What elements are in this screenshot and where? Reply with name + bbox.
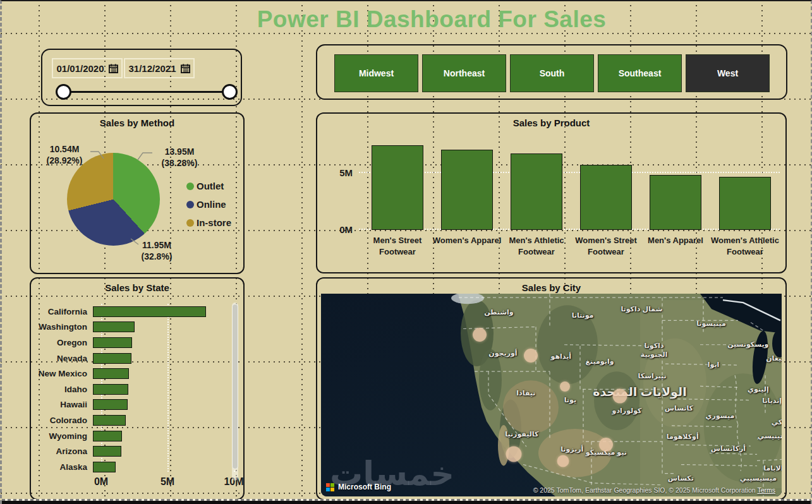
city-sales-bubble-5[interactable] [599,438,613,452]
region-slicer-panel: MidwestNortheastSouthSoutheastWest [316,44,787,100]
calendar-icon[interactable] [109,64,118,73]
product-bar-plot: 0M5M [363,125,780,230]
state-row-alaska: Alaska [37,459,227,475]
state-row-washington: Washington [37,320,227,335]
legend-label-online: Online [197,199,226,210]
chart-title-sales-by-method: Sales by Method [31,117,243,128]
chart-title-sales-by-state: Sales by State [31,282,243,293]
chart-title-sales-by-city: Sales by City [317,282,785,293]
bar-men-s-apparel[interactable] [650,175,701,231]
calendar-icon[interactable] [181,64,190,73]
legend-item-in-store[interactable]: In-store [186,213,231,232]
date-slider-handle-end[interactable] [222,84,238,100]
bar-colorado[interactable] [93,415,126,426]
date-slider-track[interactable] [63,91,230,93]
bar-men-s-street-footwear[interactable] [372,145,423,230]
legend-label-outlet: Outlet [197,181,224,191]
x-label-women-s-street-footwear: Women's Street Footwear [571,235,641,258]
terms-link[interactable]: Terms [757,486,775,494]
state-row-hawaii: Hawaii [37,397,227,413]
region-button-southeast[interactable]: Southeast [598,54,682,92]
city-sales-bubble-3[interactable] [560,381,570,392]
x-label-men-s-apparel: Men's Apparel [641,235,710,246]
state-label-wyoming: Wyoming [37,431,93,441]
scrollbar-thumb[interactable] [232,304,238,469]
pie-pct-in-store: (28.92%) [39,155,90,167]
state-label-arizona: Arizona [37,447,93,456]
bar-washington[interactable] [93,321,135,332]
sales-by-product-panel: Sales by Product 0M5M Men's Street Footw… [316,112,787,273]
start-date-input[interactable]: 01/01/2020 [52,58,123,78]
city-sales-bubble-2[interactable] [524,349,538,363]
legend-dot-outlet [186,183,194,190]
bar-alaska[interactable] [93,462,116,472]
bar-oregon[interactable] [93,337,132,348]
bar-women-s-apparel[interactable] [441,150,493,230]
state-label-new-mexico: New Mexico [37,369,93,378]
map-terrain [321,294,782,496]
region-button-west[interactable]: West [686,54,770,92]
map-attribution: © 2025 TomTom, Earthstar Geographies SIO… [533,486,775,494]
x-tick-5M: 5M [148,476,186,488]
bar-wyoming[interactable] [93,431,122,441]
sales-by-city-panel: Sales by City [316,277,787,500]
pie-legend: Outlet Online In-store [186,177,231,232]
bing-map[interactable]: واشنطنمونتاناشمال داكوتامينيسوتاويسكونسي… [321,294,782,496]
legend-item-online[interactable]: Online [186,195,231,213]
pie-label-online: 11.95M (32.8%) [130,240,184,262]
state-label-hawaii: Hawaii [37,400,93,409]
city-sales-bubble-1[interactable] [473,328,487,342]
pie-label-outlet: 13.95M (38.28%) [152,147,207,169]
pie-pct-online: (32.8%) [130,251,184,263]
date-slider-handle-start[interactable] [56,84,71,100]
bar-idaho[interactable] [93,384,128,395]
bar-nevada[interactable] [93,353,131,364]
city-sales-bubble-7[interactable] [557,455,569,467]
bing-logo: Microsoft Bing [326,483,391,491]
start-date-value: 01/01/2020 [56,63,104,74]
bar-new-mexico[interactable] [93,368,129,379]
region-button-northeast[interactable]: Northeast [422,54,506,92]
state-label-alaska: Alaska [37,462,93,472]
state-label-nevada: Nevada [37,354,93,363]
legend-dot-in-store [186,219,194,227]
date-range-slicer-panel: 01/01/2020 31/12/2021 [41,49,242,106]
end-date-value: 31/12/2021 [128,63,176,74]
end-date-input[interactable]: 31/12/2021 [124,58,195,78]
pie-value-outlet: 13.95M [152,147,207,158]
x-label-women-s-apparel: Women's Apparel [432,235,502,246]
state-row-nevada: Nevada [37,351,227,366]
state-label-washington: Washington [37,322,93,332]
bar-california[interactable] [93,306,206,317]
x-label-women-s-athletic-footwear: Women's Athletic Footwear [710,235,780,258]
pie-chart[interactable] [67,153,160,246]
state-row-idaho: Idaho [37,381,227,397]
bar-women-s-street-footwear[interactable] [580,165,632,230]
state-row-colorado: Colorado [37,412,227,428]
sales-by-state-panel: Sales by State CaliforniaWashingtonOrego… [30,277,245,500]
city-sales-bubble-4[interactable] [613,389,627,404]
legend-label-in-store: In-store [197,217,231,228]
region-button-midwest[interactable]: Midwest [334,54,418,92]
state-row-new-mexico: New Mexico [37,366,227,381]
sales-by-method-panel: Sales by Method 10.54M (28.92%) 13.95M (… [30,112,245,274]
region-button-south[interactable]: South [510,54,594,92]
state-row-oregon: Oregon [37,335,227,351]
bar-women-s-athletic-footwear[interactable] [719,177,771,230]
pie-pct-outlet: (38.28%) [152,158,207,169]
legend-dot-online [186,201,194,208]
bar-men-s-athletic-footwear[interactable] [511,153,562,230]
state-label-colorado: Colorado [37,416,93,425]
city-sales-bubble-6[interactable] [506,447,522,462]
x-label-men-s-street-footwear: Men's Street Footwear [363,235,432,258]
state-label-idaho: Idaho [37,385,93,394]
x-label-men-s-athletic-footwear: Men's Athletic Footwear [502,235,571,258]
attribution-text: © 2025 TomTom, Earthstar Geographies SIO… [533,486,756,494]
state-bar-rows: CaliforniaWashingtonOregonNevadaNew Mexi… [37,304,227,475]
bar-arizona[interactable] [93,446,121,457]
window-bottom-edge [2,501,811,504]
microsoft-logo-icon [326,483,334,491]
dashboard-canvas: Power BI Dashboard For Sales 01/01/2020 … [0,0,812,504]
bar-hawaii[interactable] [93,399,128,410]
legend-item-outlet[interactable]: Outlet [186,177,231,195]
